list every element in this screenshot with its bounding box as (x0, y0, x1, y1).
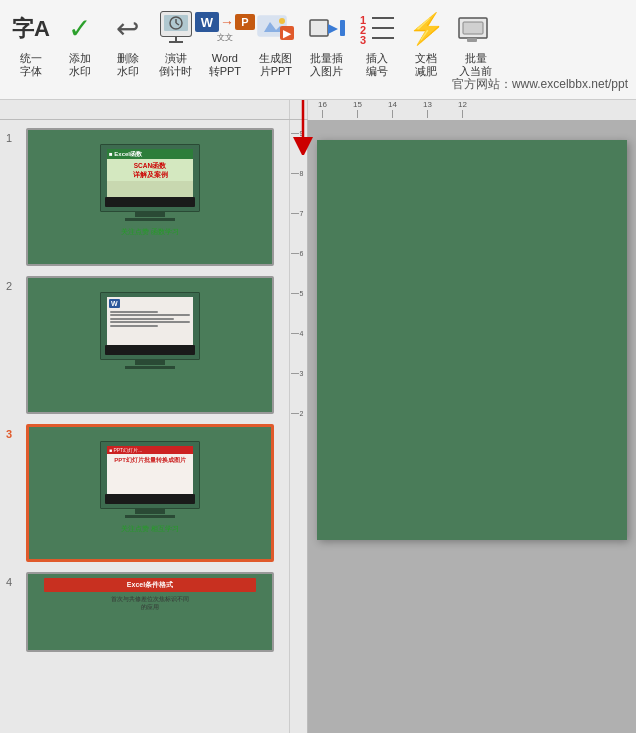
word-to-ppt-icon: W → P 文文 (206, 8, 244, 50)
insert-number-label: 插入 编号 (366, 52, 388, 78)
toolbar-doc-slim[interactable]: ⚡ 文档 减肥 (404, 6, 449, 80)
toolbar-batch-current[interactable]: 批量 入当前 (453, 6, 499, 80)
svg-rect-15 (340, 20, 345, 36)
website-banner: 官方网站：www.excelbbx.net/ppt (452, 76, 628, 93)
ruler-v-9: 9 (290, 130, 303, 137)
image-ppt-icon: ▶ (256, 8, 296, 50)
svg-rect-24 (467, 38, 477, 42)
ruler-v-7: 7 (290, 210, 303, 217)
font-icon: 字A (12, 8, 50, 50)
slide-number-1: 1 (6, 132, 22, 144)
ruler-horizontal: 16 15 14 13 12 (308, 100, 636, 120)
toolbar-add-watermark[interactable]: ✓ 添加 水印 (58, 6, 102, 80)
slide-item-3[interactable]: 3 O ■ PPT幻灯片... PPT幻灯片批量转换成图片 (6, 424, 283, 562)
slide-number-2: 2 (6, 280, 22, 292)
ppt-title-bar-3: ■ PPT幻灯片... (107, 446, 193, 454)
ruler-tick-16: 16 (318, 100, 327, 118)
doc-slim-label: 文档 减肥 (415, 52, 437, 78)
word-to-ppt-label: Word 转PPT (209, 52, 241, 78)
canvas-section: 9 8 7 6 5 (290, 120, 636, 733)
toolbar-batch-insert-img[interactable]: 批量插 入图片 (304, 6, 350, 80)
toolbar-gen-slide-ppt[interactable]: ▶ 生成图 片PPT (252, 6, 300, 80)
gen-slide-ppt-label: 生成图 片PPT (259, 52, 292, 78)
ruler-v-5: 5 (290, 290, 303, 297)
number-icon: 1 2 3 (358, 8, 396, 50)
ruler-v-container: 9 8 7 6 5 (290, 120, 308, 733)
slide-caption-3: 关注点赞 相互学习 (121, 524, 179, 534)
slide-item-4[interactable]: 4 Excel条件格式 首次与共修差位次焦标识不同的应用 (6, 572, 283, 652)
add-watermark-label: 添加 水印 (69, 52, 91, 78)
slide-4-body: 首次与共修差位次焦标识不同的应用 (111, 595, 189, 612)
monitor-graphic-2: O W (100, 292, 200, 360)
ruler-tick-13: 13 (423, 100, 432, 118)
ruler-v-6: 6 (290, 250, 303, 257)
slide-item-1[interactable]: 1 O ■ Excel函数 SCAN函数详解及案例 (6, 128, 283, 266)
slide-bottom-bar-3 (105, 494, 195, 504)
slide-thumb-1[interactable]: O ■ Excel函数 SCAN函数详解及案例 (26, 128, 274, 266)
slide-4-title: Excel条件格式 (44, 578, 256, 592)
thumb-screen-2: W (107, 297, 193, 351)
svg-point-10 (279, 18, 285, 24)
svg-text:3: 3 (360, 34, 366, 46)
ruler-vertical: 9 8 7 6 5 (290, 120, 308, 733)
slide-caption-1: 关注点赞 函数学习 (121, 227, 179, 237)
slide-thumb-4[interactable]: Excel条件格式 首次与共修差位次焦标识不同的应用 (26, 572, 274, 652)
ruler-v-4: 4 (290, 330, 303, 337)
svg-text:▶: ▶ (283, 28, 292, 39)
svg-rect-23 (463, 22, 483, 34)
ruler-tick-12: 12 (458, 100, 467, 118)
ruler-tick-14: 14 (388, 100, 397, 118)
batch-current-label: 批量 入当前 (459, 52, 492, 78)
toolbar: 字A 统一 字体 ✓ 添加 水印 ↩ 删除 水印 (0, 0, 636, 100)
toolbar-unify-font[interactable]: 字A 统一 字体 (8, 6, 54, 80)
word-w-2: W (109, 299, 120, 308)
word-doc-lines-2 (107, 305, 193, 332)
slide-item-2[interactable]: 2 O W (6, 276, 283, 414)
ruler-v-2: 2 (290, 410, 303, 417)
batch-insert-img-label: 批量插 入图片 (310, 52, 343, 78)
unify-font-label: 统一 字体 (20, 52, 42, 78)
slide-thumb-3[interactable]: O ■ PPT幻灯片... PPT幻灯片批量转换成图片 (26, 424, 274, 562)
slide-canvas (317, 140, 627, 540)
monitor-graphic-3: O ■ PPT幻灯片... PPT幻灯片批量转换成图片 (100, 441, 200, 509)
thumb-screen-3: ■ PPT幻灯片... PPT幻灯片批量转换成图片 (107, 446, 193, 500)
slide-panel[interactable]: 1 O ■ Excel函数 SCAN函数详解及案例 (0, 120, 290, 733)
batch-insert-icon (308, 8, 346, 50)
canvas-area (308, 120, 636, 733)
countdown-icon (159, 8, 193, 50)
undo-icon: ↩ (116, 8, 139, 50)
thumb-screen-1: ■ Excel函数 SCAN函数详解及案例 (107, 149, 193, 203)
slide-bottom-bar-2 (105, 345, 195, 355)
monitor-graphic-1: O ■ Excel函数 SCAN函数详解及案例 (100, 144, 200, 212)
lightning-icon: ⚡ (408, 8, 445, 50)
toolbar-remove-watermark[interactable]: ↩ 删除 水印 (106, 6, 150, 80)
slide-number-4: 4 (6, 576, 22, 588)
batch-current-icon (457, 8, 495, 50)
toolbar-present-countdown[interactable]: 演讲 倒计时 (154, 6, 198, 80)
toolbar-word-to-ppt[interactable]: W → P 文文 Word 转PPT (202, 6, 248, 80)
checkmark-icon: ✓ (68, 8, 91, 50)
slide-number-3: 3 (6, 428, 22, 440)
ruler-tick-15: 15 (353, 100, 362, 118)
present-countdown-label: 演讲 倒计时 (159, 52, 192, 78)
svg-marker-14 (328, 24, 338, 34)
main-area: 1 O ■ Excel函数 SCAN函数详解及案例 (0, 120, 636, 733)
remove-watermark-label: 删除 水印 (117, 52, 139, 78)
svg-rect-13 (310, 20, 328, 36)
toolbar-insert-number[interactable]: 1 2 3 插入 编号 (354, 6, 400, 80)
ruler-v-8: 8 (290, 170, 303, 177)
slide-bottom-bar-1 (105, 197, 195, 207)
ruler-v-3: 3 (290, 370, 303, 377)
slide-thumb-2[interactable]: O W (26, 276, 274, 414)
